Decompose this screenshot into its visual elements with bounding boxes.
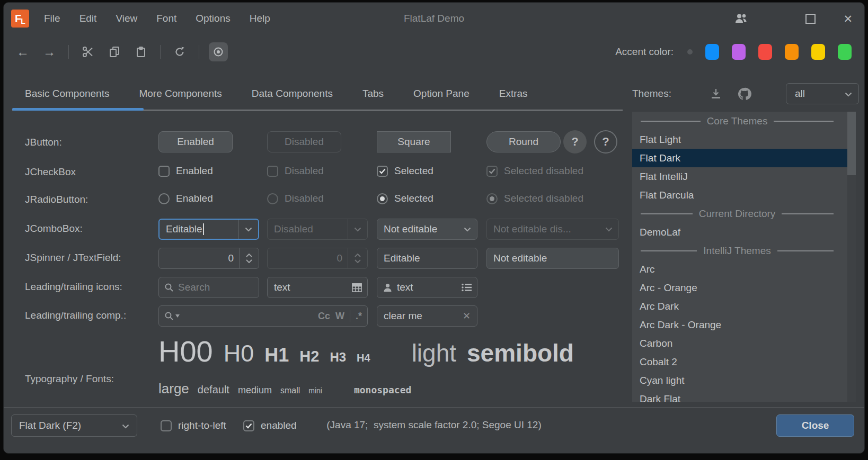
tab-option-pane[interactable]: Option Pane [413,88,470,100]
combobox-value: Not editable [377,223,458,235]
accent-swatch-yellow[interactable] [811,44,825,60]
leading-trailing-icons-row: Leading/trailing icons: Search text text [25,277,629,298]
h4-sample: H4 [357,352,370,364]
right-to-left-checkbox[interactable]: right-to-left [161,420,226,431]
jcheckbox-label: JCheckBox [25,166,76,178]
radio-selected[interactable]: Selected [377,193,433,204]
whole-word-button[interactable]: W [335,311,344,322]
list-icon[interactable] [462,283,472,292]
users-icon[interactable] [731,9,750,28]
theme-item-flat-dark[interactable]: Flat Dark [632,149,847,167]
tab-data-components[interactable]: Data Components [252,88,333,100]
theme-item-flat-intellij[interactable]: Flat IntelliJ [632,167,847,186]
help-button-filled[interactable]: ? [563,130,587,154]
theme-item-arc-orange[interactable]: Arc - Orange [632,278,847,297]
forward-button[interactable]: → [40,42,59,61]
window-controls: ✕ [731,3,853,34]
menu-view[interactable]: View [116,13,137,24]
clear-icon[interactable]: ✕ [463,310,471,322]
spinner-value: 0 [268,252,348,264]
themes-filter-combobox[interactable]: all [786,83,859,104]
search-menu-caret-icon[interactable] [175,314,180,318]
accent-swatch-orange[interactable] [785,44,799,60]
toolbar-separator [68,45,69,59]
tab-extras[interactable]: Extras [499,88,528,100]
refresh-button[interactable] [170,42,189,61]
h3-sample: H3 [330,350,346,365]
spinner-value[interactable]: 0 [159,252,239,264]
theme-item-arc[interactable]: Arc [632,260,847,278]
theme-item-flat-light[interactable]: Flat Light [632,130,847,149]
tab-tabs[interactable]: Tabs [362,88,384,100]
help-button-outlined[interactable]: ? [594,130,617,154]
table-icon[interactable] [352,283,362,292]
tab-more-components[interactable]: More Components [139,88,222,100]
theme-item-demolaf[interactable]: DemoLaf [632,223,847,241]
text-field-user-list-icons[interactable]: text [377,277,477,298]
checkbox-label: Enabled [176,165,213,177]
menu-edit[interactable]: Edit [79,13,97,24]
enabled-button[interactable]: Enabled [158,131,233,152]
spinner-up-icon[interactable] [246,254,252,257]
accent-swatch-green[interactable] [838,44,852,60]
accent-swatch-blue[interactable] [705,44,719,60]
search-field-with-options[interactable]: Cc W .* [158,305,368,327]
text-field-table-icon[interactable]: text [267,277,368,298]
textfield-value: Not editable [487,252,547,264]
match-case-button[interactable]: Cc [318,311,330,322]
scrollbar-thumb[interactable] [847,112,856,175]
copy-button[interactable] [105,42,124,61]
download-theme-button[interactable] [706,84,725,103]
accent-swatch-purple[interactable] [732,44,746,60]
spinner-enabled[interactable]: 0 [158,248,259,269]
menu-help[interactable]: Help [250,13,270,24]
enabled-checkbox[interactable]: enabled [243,420,297,431]
theme-item-cobalt-2[interactable]: Cobalt 2 [632,353,847,371]
theme-item-arc-dark-orange[interactable]: Arc Dark - Orange [632,315,847,334]
round-button[interactable]: Round [486,131,561,152]
theme-item-flat-darcula[interactable]: Flat Darcula [632,186,847,204]
accent-swatch-red[interactable] [758,44,772,60]
accent-swatch-default[interactable] [687,49,693,55]
square-button[interactable]: Square [377,131,451,152]
scissors-icon [82,46,94,58]
theme-item-carbon[interactable]: Carbon [632,334,847,353]
checkbox-selected[interactable]: Selected [377,165,433,177]
menu-file[interactable]: File [44,13,60,24]
theme-item-dark-flat[interactable]: Dark Flat [632,390,847,402]
combobox-not-editable[interactable]: Not editable [377,219,477,240]
spinner-down-icon[interactable] [246,259,252,263]
textfield-value: clear me [377,310,422,322]
search-field[interactable]: Search [158,277,259,298]
chevron-down-icon[interactable] [239,227,258,232]
chevron-down-icon [122,420,129,431]
search-icon[interactable] [164,311,174,321]
github-button[interactable] [735,84,754,103]
menu-options[interactable]: Options [196,13,230,24]
textfield-editable[interactable]: Editable [377,248,477,269]
chevron-down-icon[interactable] [458,227,477,232]
show-eye-toggle-button[interactable] [209,42,228,61]
textfield-value: text [268,282,290,293]
close-button[interactable]: Close [776,414,854,437]
combobox-editable[interactable]: Editable [158,219,259,240]
theme-item-cyan-light[interactable]: Cyan light [632,371,847,390]
close-window-button[interactable]: ✕ [843,13,853,24]
back-button[interactable]: ← [13,42,32,61]
tab-basic-components[interactable]: Basic Components [25,88,109,100]
text-cursor [203,223,204,235]
jbutton-label: JButton: [25,137,62,148]
checkbox-checked-icon [377,166,388,177]
themes-scrollbar[interactable] [847,112,856,402]
lookandfeel-combobox[interactable]: Flat Dark (F2) [11,414,137,437]
regex-button[interactable]: .* [356,311,362,322]
menu-font[interactable]: Font [156,13,176,24]
radio-enabled[interactable]: Enabled [158,193,213,204]
maximize-button[interactable] [805,14,816,24]
clearable-text-field[interactable]: clear me ✕ [377,305,477,327]
checkbox-enabled[interactable]: Enabled [158,165,213,177]
paste-button[interactable] [131,42,150,61]
theme-item-arc-dark[interactable]: Arc Dark [632,297,847,315]
separator-label: Core Themes [707,115,768,127]
cut-button[interactable] [78,42,98,61]
